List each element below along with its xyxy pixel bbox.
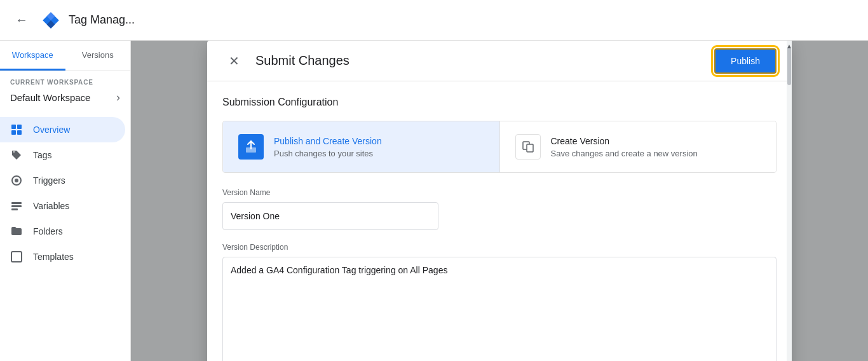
variables-icon [10,200,23,212]
submission-config-title: Submission Configuration [222,97,776,108]
tab-versions[interactable]: Versions [65,41,131,71]
sidebar-tabs: Workspace Versions [0,41,130,71]
publish-button[interactable]: Publish [714,48,776,74]
folders-label: Folders [33,226,63,236]
svg-rect-3 [11,125,16,129]
dialog-header-left: ✕ Submit Changes [222,50,349,72]
create-version-option[interactable]: Create Version Save changes and create a… [499,121,776,172]
overview-icon [10,123,23,136]
chevron-right-icon: › [116,91,120,104]
tab-workspace[interactable]: Workspace [0,41,65,71]
svg-rect-10 [11,205,22,207]
nav-section: Overview Tags Triggers Variables [0,112,130,275]
create-version-desc: Save changes and create a new version [551,149,698,158]
version-description-input[interactable]: Added a GA4 Configuration Tag triggering… [222,257,776,361]
app-title: Tag Manag... [69,13,135,27]
svg-rect-11 [11,208,18,210]
svg-point-8 [15,179,18,182]
main-layout: Workspace Versions CURRENT WORKSPACE Def… [0,41,868,361]
create-version-title: Create Version [551,136,698,146]
svg-rect-5 [11,130,16,135]
sidebar-item-tags[interactable]: Tags [0,142,125,168]
svg-rect-4 [17,125,22,129]
main-content: ✕ Submit Changes Publish Submission Conf… [131,41,868,361]
templates-label: Templates [33,252,74,262]
top-header: ← Tag Manag... [0,0,868,41]
publish-create-text: Publish and Create Version Push changes … [274,136,382,158]
publish-create-desc: Push changes to your sites [274,149,382,158]
sidebar: Workspace Versions CURRENT WORKSPACE Def… [0,41,131,361]
create-version-text: Create Version Save changes and create a… [551,136,698,158]
workspace-section: CURRENT WORKSPACE Default Workspace › [0,71,130,112]
gtm-logo [41,10,61,31]
version-description-wrapper: Added a GA4 Configuration Tag triggering… [222,257,776,361]
svg-rect-15 [527,144,533,152]
folders-icon [10,225,23,238]
header-left: ← Tag Manag... [10,9,135,32]
tags-label: Tags [33,150,52,160]
publish-and-create-option[interactable]: Publish and Create Version Push changes … [223,121,499,172]
dialog-close-button[interactable]: ✕ [222,50,245,72]
triggers-label: Triggers [33,175,65,186]
overview-label: Overview [33,125,70,135]
workspace-selector[interactable]: Default Workspace › [10,88,120,107]
version-name-label: Version Name [222,188,776,197]
scrollbar-thumb[interactable] [787,47,791,85]
dialog-body: Submission Configuration Publis [207,81,792,361]
svg-rect-6 [17,130,22,135]
version-name-input[interactable] [222,202,438,230]
workspace-name: Default Workspace [10,92,90,103]
dialog-header: ✕ Submit Changes Publish [207,41,792,81]
publish-create-title: Publish and Create Version [274,136,382,146]
svg-rect-9 [11,202,22,204]
dialog-overlay: ✕ Submit Changes Publish Submission Conf… [131,41,868,361]
sidebar-item-templates[interactable]: Templates [0,244,125,269]
sidebar-item-folders[interactable]: Folders [0,219,125,244]
variables-label: Variables [33,201,69,211]
svg-rect-12 [11,252,22,262]
submit-changes-dialog: ✕ Submit Changes Publish Submission Conf… [207,41,792,361]
back-icon: ← [15,13,28,27]
submission-options: Publish and Create Version Push changes … [222,121,776,173]
dialog-title: Submit Changes [255,53,349,68]
scrollbar-up-arrow[interactable]: ▲ [787,41,792,51]
sidebar-item-overview[interactable]: Overview [0,117,125,142]
workspace-section-label: CURRENT WORKSPACE [10,79,120,86]
back-button[interactable]: ← [10,9,33,32]
triggers-icon [10,174,23,187]
dialog-scrollbar[interactable]: ▲ ▼ [787,41,792,361]
create-version-icon [515,134,541,160]
publish-create-icon [238,134,264,160]
sidebar-item-triggers[interactable]: Triggers [0,168,125,193]
templates-icon [10,250,23,263]
version-description-label: Version Description [222,243,776,252]
sidebar-item-variables[interactable]: Variables [0,193,125,219]
close-icon: ✕ [229,53,240,69]
tags-icon [10,149,23,161]
